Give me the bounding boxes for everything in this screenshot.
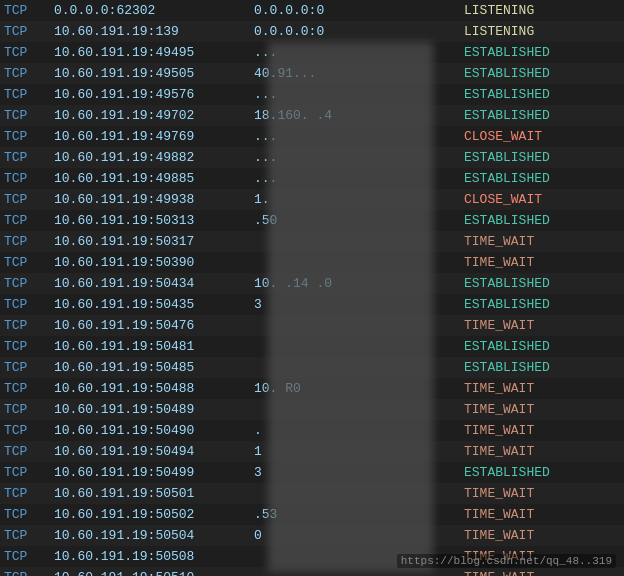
- col-proto: TCP: [4, 507, 54, 522]
- col-state: TIME_WAIT: [464, 570, 594, 576]
- col-local: 10.60.191.19:50317: [54, 234, 254, 249]
- col-local: 10.60.191.19:139: [54, 24, 254, 39]
- col-remote: ...: [254, 87, 464, 102]
- table-row: TCP 10.60.191.19:49702 18.160. .4 ESTABL…: [0, 105, 624, 126]
- col-state: TIME_WAIT: [464, 486, 594, 501]
- table-row: TCP 10.60.191.19:50490 . TIME_WAIT: [0, 420, 624, 441]
- col-state: ESTABLISHED: [464, 150, 594, 165]
- col-local: 0.0.0.0:62302: [54, 3, 254, 18]
- table-row: TCP 10.60.191.19:50494 1 TIME_WAIT: [0, 441, 624, 462]
- col-local: 10.60.191.19:49505: [54, 66, 254, 81]
- table-row: TCP 10.60.191.19:50435 3 ESTABLISHED: [0, 294, 624, 315]
- col-remote: ...: [254, 129, 464, 144]
- col-proto: TCP: [4, 276, 54, 291]
- col-local: 10.60.191.19:49495: [54, 45, 254, 60]
- col-local: 10.60.191.19:50390: [54, 255, 254, 270]
- col-remote: 0.0.0.0:0: [254, 3, 464, 18]
- col-local: 10.60.191.19:50313: [54, 213, 254, 228]
- col-state: ESTABLISHED: [464, 360, 594, 375]
- col-state: LISTENING: [464, 3, 594, 18]
- col-local: 10.60.191.19:50499: [54, 465, 254, 480]
- col-remote: .: [254, 423, 464, 438]
- col-remote: ...: [254, 171, 464, 186]
- col-proto: TCP: [4, 423, 54, 438]
- table-row: TCP 10.60.191.19:49495 ... ESTABLISHED: [0, 42, 624, 63]
- col-local: 10.60.191.19:49576: [54, 87, 254, 102]
- col-local: 10.60.191.19:50485: [54, 360, 254, 375]
- table-row: TCP 10.60.191.19:50510 TIME_WAIT: [0, 567, 624, 576]
- col-proto: TCP: [4, 465, 54, 480]
- col-state: CLOSE_WAIT: [464, 192, 594, 207]
- table-row: TCP 0.0.0.0:62302 0.0.0.0:0 LISTENING: [0, 0, 624, 21]
- table-row: TCP 10.60.191.19:50313 .50 ESTABLISHED: [0, 210, 624, 231]
- col-local: 10.60.191.19:50502: [54, 507, 254, 522]
- col-state: TIME_WAIT: [464, 255, 594, 270]
- col-local: 10.60.191.19:50494: [54, 444, 254, 459]
- table-row: TCP 10.60.191.19:50481 ESTABLISHED: [0, 336, 624, 357]
- table-row: TCP 10.60.191.19:50504 0 TIME_WAIT: [0, 525, 624, 546]
- col-state: TIME_WAIT: [464, 444, 594, 459]
- col-local: 10.60.191.19:50504: [54, 528, 254, 543]
- table-row: TCP 10.60.191.19:49505 40.91... ESTABLIS…: [0, 63, 624, 84]
- col-state: ESTABLISHED: [464, 108, 594, 123]
- col-proto: TCP: [4, 339, 54, 354]
- col-proto: TCP: [4, 150, 54, 165]
- col-proto: TCP: [4, 192, 54, 207]
- col-state: TIME_WAIT: [464, 381, 594, 396]
- col-proto: TCP: [4, 108, 54, 123]
- col-remote: 3: [254, 465, 464, 480]
- col-remote: 3: [254, 297, 464, 312]
- col-proto: TCP: [4, 444, 54, 459]
- col-remote: ...: [254, 45, 464, 60]
- col-proto: TCP: [4, 297, 54, 312]
- col-local: 10.60.191.19:50510: [54, 570, 254, 576]
- col-proto: TCP: [4, 255, 54, 270]
- col-proto: TCP: [4, 381, 54, 396]
- col-proto: TCP: [4, 234, 54, 249]
- table-row: TCP 10.60.191.19:50499 3 ESTABLISHED: [0, 462, 624, 483]
- col-state: LISTENING: [464, 24, 594, 39]
- col-state: TIME_WAIT: [464, 318, 594, 333]
- table-row: TCP 10.60.191.19:50489 TIME_WAIT: [0, 399, 624, 420]
- col-proto: TCP: [4, 360, 54, 375]
- table-row: TCP 10.60.191.19:50485 ESTABLISHED: [0, 357, 624, 378]
- col-local: 10.60.191.19:49769: [54, 129, 254, 144]
- col-state: ESTABLISHED: [464, 87, 594, 102]
- col-local: 10.60.191.19:50508: [54, 549, 254, 564]
- col-state: ESTABLISHED: [464, 66, 594, 81]
- col-local: 10.60.191.19:50435: [54, 297, 254, 312]
- col-local: 10.60.191.19:49702: [54, 108, 254, 123]
- col-local: 10.60.191.19:49882: [54, 150, 254, 165]
- col-remote: 40.91...: [254, 66, 464, 81]
- col-state: ESTABLISHED: [464, 276, 594, 291]
- col-remote: .50: [254, 213, 464, 228]
- col-state: ESTABLISHED: [464, 213, 594, 228]
- table-row: TCP 10.60.191.19:49576 ... ESTABLISHED: [0, 84, 624, 105]
- table-row: TCP 10.60.191.19:50476 TIME_WAIT: [0, 315, 624, 336]
- col-proto: TCP: [4, 486, 54, 501]
- col-proto: TCP: [4, 570, 54, 576]
- network-table: TCP 0.0.0.0:62302 0.0.0.0:0 LISTENING TC…: [0, 0, 624, 576]
- table-row: TCP 10.60.191.19:49885 ... ESTABLISHED: [0, 168, 624, 189]
- table-row: TCP 10.60.191.19:50317 TIME_WAIT: [0, 231, 624, 252]
- col-state: TIME_WAIT: [464, 402, 594, 417]
- col-local: 10.60.191.19:50434: [54, 276, 254, 291]
- table-row: TCP 10.60.191.19:50502 .53 TIME_WAIT: [0, 504, 624, 525]
- col-proto: TCP: [4, 318, 54, 333]
- col-local: 10.60.191.19:50490: [54, 423, 254, 438]
- col-remote: 10. .14 .0: [254, 276, 464, 291]
- col-local: 10.60.191.19:50476: [54, 318, 254, 333]
- col-state: TIME_WAIT: [464, 507, 594, 522]
- col-remote: 0: [254, 528, 464, 543]
- col-state: ESTABLISHED: [464, 45, 594, 60]
- col-state: ESTABLISHED: [464, 339, 594, 354]
- col-remote: 10. R0: [254, 381, 464, 396]
- table-row: TCP 10.60.191.19:50488 10. R0 TIME_WAIT: [0, 378, 624, 399]
- col-remote: 1: [254, 444, 464, 459]
- col-local: 10.60.191.19:49885: [54, 171, 254, 186]
- table-row: TCP 10.60.191.19:50390 TIME_WAIT: [0, 252, 624, 273]
- table-row: TCP 10.60.191.19:49882 ... ESTABLISHED: [0, 147, 624, 168]
- col-proto: TCP: [4, 549, 54, 564]
- col-local: 10.60.191.19:50501: [54, 486, 254, 501]
- table-row: TCP 10.60.191.19:50434 10. .14 .0 ESTABL…: [0, 273, 624, 294]
